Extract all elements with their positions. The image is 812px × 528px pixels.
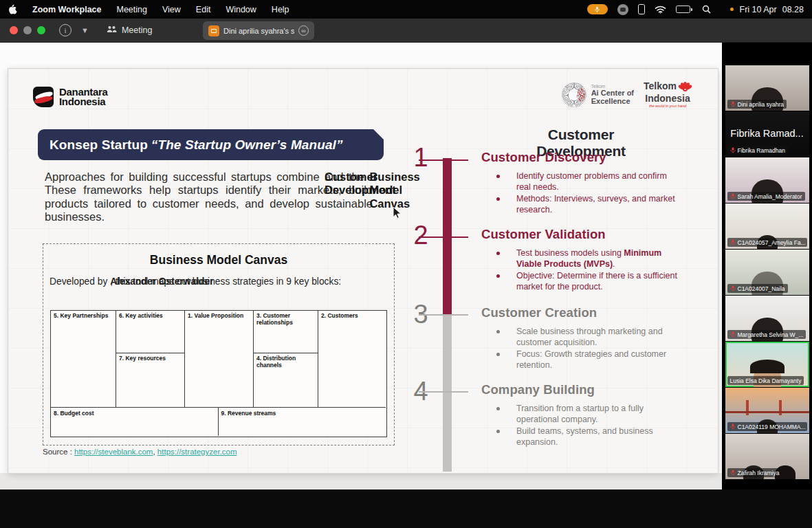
bullet-text: Test business models using Minimum Viabl… bbox=[516, 248, 679, 270]
bmc-cell-distribution-channels: 4. Distribution channels bbox=[254, 353, 318, 407]
telkom-line1: Telkom bbox=[644, 81, 677, 91]
menu-item[interactable]: Edit bbox=[196, 5, 211, 14]
wifi-icon[interactable] bbox=[655, 6, 666, 14]
clock-date: Fri 10 Apr bbox=[740, 5, 777, 14]
bullet-dot-icon bbox=[496, 252, 500, 255]
shared-screen-icon bbox=[208, 25, 219, 36]
mic-in-use-indicator-icon[interactable] bbox=[587, 4, 608, 14]
link-icon[interactable]: ∞ bbox=[298, 25, 309, 36]
bullet-item: Transition from a startup to a fully ope… bbox=[481, 403, 697, 426]
bullet-item: Test business models using Minimum Viabl… bbox=[481, 248, 697, 270]
participant-name-label: C1A024057_Ameylia Fa... bbox=[727, 238, 807, 247]
close-window-button[interactable] bbox=[10, 26, 18, 34]
bmc-desc-text: Developed by bbox=[50, 276, 110, 287]
timeline-tick bbox=[419, 391, 468, 393]
slide-title-plain: Konsep Startup bbox=[50, 138, 148, 153]
participant-name-label: Margaretha Selvina W_... bbox=[727, 330, 806, 339]
fullscreen-window-button[interactable] bbox=[37, 26, 45, 34]
bmc-cell-revenue-streams: 9. Revenue streams bbox=[219, 408, 386, 436]
slide-title-italic: “The Startup Owner’s Manual” bbox=[151, 138, 343, 153]
menu-item[interactable]: Zoom Workplace bbox=[32, 5, 101, 14]
tab-meeting[interactable]: Meeting bbox=[107, 25, 152, 36]
muted-mic-icon bbox=[730, 239, 736, 245]
menu-status-area: Fri 10 Apr 08.28 bbox=[587, 4, 804, 15]
participant-tile[interactable]: Margaretha Selvina W_... bbox=[725, 296, 809, 341]
minimize-window-button[interactable] bbox=[23, 26, 32, 34]
participant-name-label: Dini aprilia syahra bbox=[727, 100, 787, 109]
aicoe-line2: Excellence bbox=[591, 97, 634, 105]
menu-item[interactable]: Meeting bbox=[116, 5, 146, 14]
development-step: Customer ValidationTest business models … bbox=[481, 227, 697, 292]
bullet-dot-icon bbox=[496, 175, 500, 178]
tab-shared-screen[interactable]: Dini aprilia syahra's screen ∞ bbox=[203, 21, 314, 40]
meeting-info-icon[interactable]: i bbox=[59, 24, 72, 36]
menu-item[interactable]: Help bbox=[272, 5, 289, 14]
menu-item[interactable]: View bbox=[162, 5, 181, 14]
tab-meeting-label: Meeting bbox=[122, 25, 152, 35]
participant-name: C1A024057_Ameylia Fa... bbox=[738, 239, 806, 246]
participants-sidebar: Dini aprilia syahraFibrika Ramad...Fibri… bbox=[722, 43, 812, 528]
apple-icon[interactable] bbox=[8, 4, 17, 14]
participant-name: Lusia Elsa Dika Damayanty bbox=[730, 377, 802, 384]
bullet-text: Focus: Growth strategies and customer re… bbox=[516, 349, 679, 371]
chevron-down-icon[interactable]: ▼ bbox=[81, 26, 89, 34]
status-circle-icon[interactable] bbox=[617, 4, 628, 15]
step-bullets: Scale business through marketing and cus… bbox=[481, 326, 697, 371]
danantara-logo: Danantara Indonesia bbox=[33, 87, 108, 107]
development-step: Company BuildingTransition from a startu… bbox=[481, 382, 697, 448]
clock-time: 08.28 bbox=[782, 5, 804, 14]
step-number: 1 bbox=[408, 144, 433, 170]
tab-shared-screen-label: Dini aprilia syahra's screen bbox=[223, 27, 294, 35]
participant-name: Margaretha Selvina W_... bbox=[738, 331, 804, 338]
bullet-dot-icon bbox=[496, 430, 500, 433]
search-icon[interactable] bbox=[702, 5, 711, 14]
source-link-strategyzer: https://strategyzer.com bbox=[157, 448, 237, 456]
timeline-bar-gray bbox=[443, 314, 452, 472]
bmc-cell-key-resources: 7. Key resources bbox=[116, 353, 185, 407]
bullet-text: Transition from a startup to a fully ope… bbox=[516, 403, 679, 426]
bmc-title: Business Model Canvas bbox=[43, 253, 394, 267]
presentation-slide: Danantara Indonesia Telkom Ai Center of … bbox=[8, 69, 718, 473]
bullet-text: Objective: Determine if there is a suffi… bbox=[516, 270, 679, 293]
bmc-description: Developed by Alexander Osterwalder, this… bbox=[50, 276, 373, 288]
bullet-text: Identify customer problems and confirm r… bbox=[516, 170, 679, 193]
telkom-hand-icon bbox=[678, 81, 692, 94]
participant-tile[interactable]: C1A024007_Naila bbox=[725, 250, 809, 295]
step-number: 2 bbox=[408, 222, 433, 248]
bmc-cell-key-activities: 6. Key activities bbox=[116, 311, 185, 353]
bullet-dot-icon bbox=[496, 353, 500, 356]
participant-tile[interactable]: Zafirah Ikramiya bbox=[725, 434, 809, 479]
participant-display-name: Fibrika Ramad... bbox=[725, 128, 809, 139]
control-center-icon[interactable] bbox=[721, 6, 730, 13]
participant-tile[interactable]: C1A024057_Ameylia Fa... bbox=[725, 204, 809, 249]
muted-mic-icon bbox=[730, 101, 736, 107]
bmc-cell-customer-relationships: 3. Customer relationships bbox=[254, 311, 318, 353]
battery-icon[interactable] bbox=[676, 6, 692, 13]
menu-clock[interactable]: Fri 10 Apr 08.28 bbox=[740, 5, 804, 14]
menu-item[interactable]: Window bbox=[226, 5, 256, 14]
participant-name: Fibrika Ramadhan bbox=[738, 147, 785, 154]
step-heading: Customer Creation bbox=[481, 305, 697, 320]
participant-tile[interactable]: Fibrika Ramad...Fibrika Ramadhan bbox=[725, 111, 809, 157]
bridge-deck bbox=[725, 411, 809, 413]
muted-mic-icon bbox=[730, 470, 736, 476]
participant-name: Sarah Amalia_Moderator bbox=[738, 193, 802, 200]
muted-mic-icon bbox=[730, 285, 736, 292]
step-heading: Customer Discovery bbox=[481, 150, 697, 165]
aicoe-line1: Ai Center of bbox=[591, 89, 634, 97]
source-line: Source : https://steveblank.com, https:/… bbox=[43, 448, 237, 456]
bmc-desc-bold: Alexander Osterwalder bbox=[110, 276, 213, 288]
participants-icon bbox=[107, 25, 117, 36]
participant-name-label: Sarah Amalia_Moderator bbox=[727, 192, 805, 201]
bmc-cell-key-partnerships: 5. Key Partnerships bbox=[51, 311, 116, 407]
participant-tile[interactable]: C1A024119 MOHAMMA... bbox=[725, 388, 809, 433]
development-step: Customer DiscoveryIdentify customer prob… bbox=[481, 150, 697, 215]
phone-mirroring-icon[interactable] bbox=[638, 4, 645, 14]
participant-tile[interactable]: Lusia Elsa Dika Damayanty bbox=[725, 342, 809, 387]
development-step: Customer CreationScale business through … bbox=[481, 305, 697, 371]
participant-tile[interactable]: Dini aprilia syahra bbox=[725, 65, 809, 111]
participant-tile[interactable]: Sarah Amalia_Moderator bbox=[725, 157, 809, 203]
menu-items: Zoom WorkplaceMeetingViewEditWindowHelp bbox=[32, 5, 289, 14]
bullet-dot-icon bbox=[496, 274, 500, 278]
participant-name: Dini aprilia syahra bbox=[738, 101, 784, 108]
